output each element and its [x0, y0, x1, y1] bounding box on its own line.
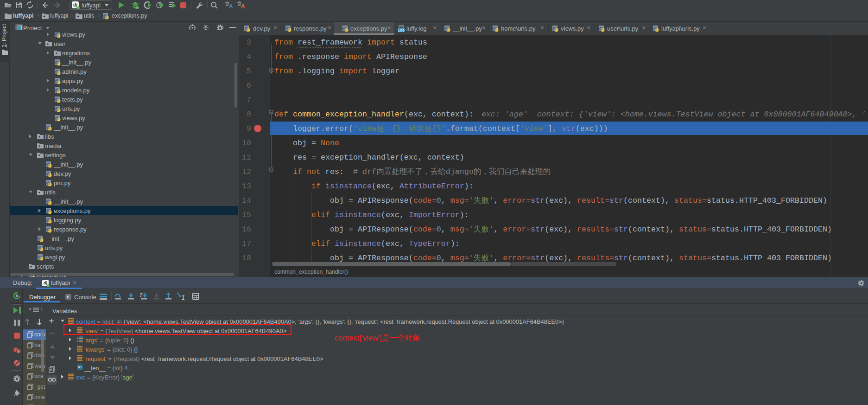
svg-text:2: 2 [77, 340, 78, 342]
svg-text:A: A [241, 3, 245, 9]
svg-text:LOG: LOG [398, 29, 405, 32]
svg-text:1: 1 [77, 336, 78, 339]
svg-text:A: A [229, 3, 233, 9]
